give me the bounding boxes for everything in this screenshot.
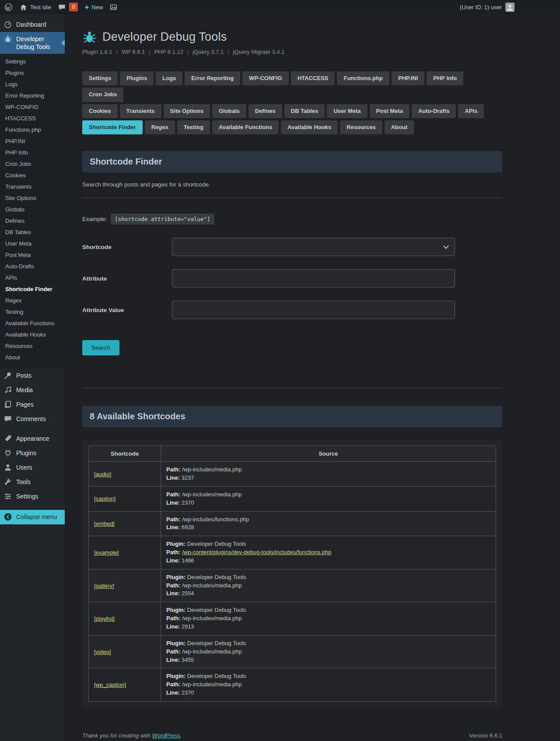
tab-post-meta[interactable]: Post Meta bbox=[370, 104, 410, 118]
source-cell: Plugin: Developer Debug ToolsPath: /wp-i… bbox=[161, 569, 496, 602]
submenu-item-wp-config[interactable]: WP-CONFIG bbox=[0, 102, 65, 113]
submenu-item-functions-php[interactable]: Functions.php bbox=[0, 124, 65, 136]
tab-regex[interactable]: Regex bbox=[145, 120, 175, 134]
shortcode-link[interactable]: [video] bbox=[94, 649, 111, 655]
submenu-item-logs[interactable]: Logs bbox=[0, 79, 65, 90]
submenu-item-apis[interactable]: APIs bbox=[0, 272, 65, 284]
attribute-input[interactable] bbox=[172, 269, 455, 288]
shortcode-link[interactable]: [gallery] bbox=[94, 583, 114, 589]
tab-defines[interactable]: Defines bbox=[248, 104, 282, 118]
shortcode-link[interactable]: [audio] bbox=[94, 471, 111, 478]
tab-plugins[interactable]: Plugins bbox=[120, 71, 154, 85]
sidebar-item-tools[interactable]: Tools bbox=[0, 475, 65, 489]
tab-cron-jobs[interactable]: Cron Jobs bbox=[82, 88, 123, 102]
tab-auto-drafts[interactable]: Auto-Drafts bbox=[412, 104, 456, 118]
submenu-item-available-hooks[interactable]: Available Hooks bbox=[0, 329, 65, 341]
submenu-item-about[interactable]: About bbox=[0, 352, 65, 363]
tab-php-info[interactable]: PHP Info bbox=[427, 71, 463, 85]
submenu-item-shortcode-finder[interactable]: Shortcode Finder bbox=[0, 284, 65, 295]
wp-logo-menu[interactable] bbox=[4, 0, 13, 14]
tab-php-ini[interactable]: PHP.INI bbox=[392, 71, 424, 85]
tab-wp-config[interactable]: WP-CONFIG bbox=[242, 71, 289, 85]
sidebar-item-settings[interactable]: Settings bbox=[0, 489, 65, 504]
sidebar-item-media[interactable]: Media bbox=[0, 383, 65, 397]
sidebar-item-developer-debug-tools[interactable]: Developer Debug Tools bbox=[0, 32, 65, 54]
sidebar-item-appearance[interactable]: Appearance bbox=[0, 432, 65, 446]
tab-transients[interactable]: Transients bbox=[120, 104, 161, 118]
submenu-item-php-ini[interactable]: PHP.INI bbox=[0, 136, 65, 147]
submenu-item-php-info[interactable]: PHP Info bbox=[0, 147, 65, 158]
submenu-item-cookies[interactable]: Cookies bbox=[0, 170, 65, 181]
shortcode-link[interactable]: [wp_caption] bbox=[94, 681, 126, 688]
shortcode-field-label: Shortcode bbox=[82, 244, 172, 250]
shortcode-link[interactable]: [caption] bbox=[94, 495, 116, 502]
search-button[interactable]: Search bbox=[82, 340, 119, 355]
submenu-item-db-tables[interactable]: DB Tables bbox=[0, 227, 65, 238]
submenu-item-settings[interactable]: Settings bbox=[0, 56, 65, 67]
tab-htaccess[interactable]: HTACCESS bbox=[291, 71, 335, 85]
tab-site-options[interactable]: Site Options bbox=[164, 104, 210, 118]
submenu-item-defines[interactable]: Defines bbox=[0, 215, 65, 227]
submenu-item-globals[interactable]: Globals bbox=[0, 204, 65, 215]
submenu-item-cron-jobs[interactable]: Cron Jobs bbox=[0, 158, 65, 170]
form-row-attribute-value: Attribute Value bbox=[82, 301, 502, 319]
submenu-item-transients[interactable]: Transients bbox=[0, 181, 65, 193]
collapse-menu-button[interactable]: Collapse menu bbox=[0, 510, 65, 524]
submenu-item-user-meta[interactable]: User Meta bbox=[0, 238, 65, 249]
source-value: Developer Debug Tools bbox=[187, 673, 246, 679]
section-title-shortcode-finder: Shortcode Finder bbox=[82, 151, 502, 172]
plugin-logo-bug-icon bbox=[82, 30, 97, 44]
shortcode-link[interactable]: [playlist] bbox=[94, 615, 115, 622]
tab-apis[interactable]: APIs bbox=[458, 104, 484, 118]
meta-separator: | bbox=[116, 49, 118, 55]
submenu-item-plugins[interactable]: Plugins bbox=[0, 67, 65, 79]
submenu-item-resources[interactable]: Resources bbox=[0, 341, 65, 352]
shortcode-select[interactable] bbox=[172, 238, 455, 256]
tab-available-functions[interactable]: Available Functions bbox=[212, 120, 279, 134]
submenu-item-site-options[interactable]: Site Options bbox=[0, 193, 65, 204]
new-content-button[interactable]: + New bbox=[84, 0, 103, 14]
submenu-item-post-meta[interactable]: Post Meta bbox=[0, 249, 65, 261]
tab-db-tables[interactable]: DB Tables bbox=[284, 104, 325, 118]
tab-testing[interactable]: Testing bbox=[177, 120, 210, 134]
tools-wrench-icon bbox=[4, 478, 12, 486]
sidebar-item-pages[interactable]: Pages bbox=[0, 397, 65, 412]
site-link[interactable]: Test site bbox=[19, 0, 51, 14]
footer-thanks: Thank you for creating with WordPress. bbox=[82, 732, 182, 739]
submenu-item-auto-drafts[interactable]: Auto-Drafts bbox=[0, 261, 65, 272]
tab-error-reporting[interactable]: Error Reporting bbox=[185, 71, 240, 85]
shortcode-link[interactable]: [example] bbox=[94, 549, 119, 556]
sidebar-item-dashboard[interactable]: Dashboard bbox=[0, 18, 65, 32]
tab-logs[interactable]: Logs bbox=[156, 71, 182, 85]
tab-cookies[interactable]: Cookies bbox=[82, 104, 118, 118]
section-title-available-shortcodes: 8 Available Shortcodes bbox=[82, 406, 502, 427]
tab-shortcode-finder[interactable]: Shortcode Finder bbox=[82, 120, 143, 134]
tab-functions-php[interactable]: Functions.php bbox=[337, 71, 389, 85]
submenu-item-htaccess[interactable]: HTACCESS bbox=[0, 113, 65, 124]
submenu-item-available-functions[interactable]: Available Functions bbox=[0, 318, 65, 329]
submenu-item-testing[interactable]: Testing bbox=[0, 306, 65, 318]
ddt-adminbar-shortcut[interactable] bbox=[109, 0, 118, 14]
tab-about[interactable]: About bbox=[385, 120, 414, 134]
tab-user-meta[interactable]: User Meta bbox=[327, 104, 367, 118]
tab-globals[interactable]: Globals bbox=[212, 104, 246, 118]
submenu-item-error-reporting[interactable]: Error Reporting bbox=[0, 90, 65, 102]
tab-resources[interactable]: Resources bbox=[340, 120, 382, 134]
user-account-link[interactable]: (User ID: 1) user bbox=[460, 4, 502, 11]
tab-available-hooks[interactable]: Available Hooks bbox=[281, 120, 338, 134]
divider bbox=[82, 388, 502, 388]
sidebar-item-plugins[interactable]: Plugins bbox=[0, 446, 65, 460]
tab-row-row1: SettingsPluginsLogsError ReportingWP-CON… bbox=[82, 71, 502, 102]
sidebar-item-users[interactable]: Users bbox=[0, 460, 65, 475]
tab-settings[interactable]: Settings bbox=[82, 71, 118, 85]
wordpress-link[interactable]: WordPress bbox=[152, 732, 180, 739]
submenu-item-regex[interactable]: Regex bbox=[0, 295, 65, 306]
sidebar-item-posts[interactable]: Posts bbox=[0, 369, 65, 383]
source-path-link[interactable]: /wp-content/plugins/dev-debug-tools/incl… bbox=[182, 549, 331, 555]
attribute-value-input[interactable] bbox=[172, 301, 455, 319]
sidebar-item-comments[interactable]: Comments bbox=[0, 412, 65, 426]
shortcode-link[interactable]: [embed] bbox=[94, 520, 115, 527]
source-value: /wp-includes/media.php bbox=[182, 491, 242, 498]
avatar[interactable] bbox=[505, 3, 514, 12]
comments-shortcut[interactable]: 0 bbox=[58, 0, 78, 14]
